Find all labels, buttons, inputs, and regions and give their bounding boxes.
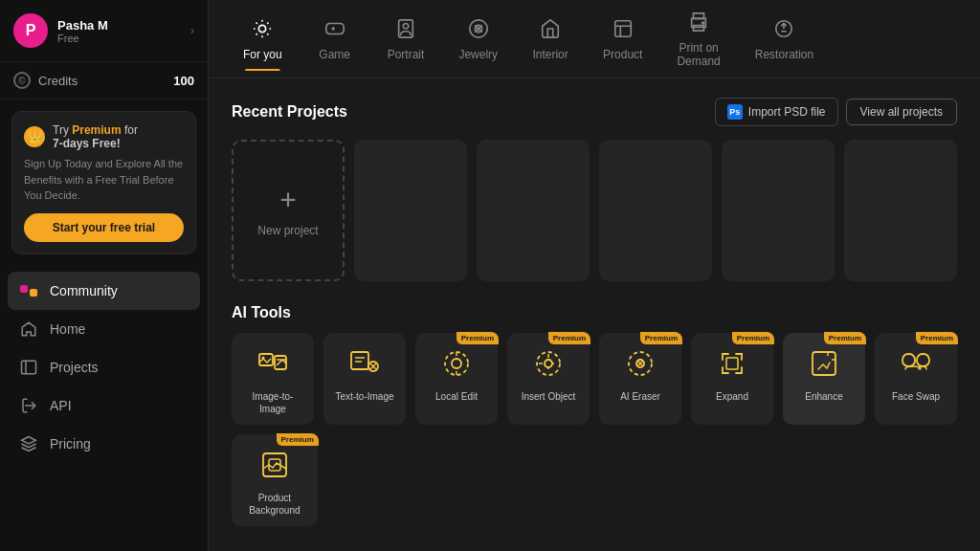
tool-image-to-image[interactable]: Image-to-Image xyxy=(232,333,314,425)
project-card-2[interactable] xyxy=(477,140,590,281)
project-card-5[interactable] xyxy=(844,140,957,281)
tool-label-face-swap: Face Swap xyxy=(892,390,940,403)
view-all-button[interactable]: View all projects xyxy=(846,99,957,125)
crown-icon: 👑 xyxy=(24,126,45,147)
profile-section[interactable]: P Pasha M Free › xyxy=(0,0,208,62)
text-to-image-icon xyxy=(345,344,384,383)
free-trial-button[interactable]: Start your free trial xyxy=(24,213,184,242)
jewelry-icon xyxy=(468,18,489,44)
top-tabs: For you Game Portrait xyxy=(209,0,980,78)
sidebar-item-community[interactable]: Community xyxy=(8,272,200,310)
svg-rect-28 xyxy=(902,354,915,366)
expand-premium-badge: Premium xyxy=(732,332,774,344)
tool-label-local-edit: Local Edit xyxy=(435,390,478,403)
svg-rect-27 xyxy=(813,352,835,375)
tool-label-ai-eraser: AI Eraser xyxy=(620,390,660,403)
sidebar-label-community: Community xyxy=(50,283,118,298)
svg-point-10 xyxy=(262,356,265,359)
api-icon xyxy=(19,396,38,415)
portrait-icon xyxy=(395,18,416,44)
svg-rect-26 xyxy=(726,358,738,369)
interior-icon xyxy=(540,18,561,44)
tab-label-product: Product xyxy=(603,48,642,61)
tool-enhance[interactable]: Premium Enhance xyxy=(783,333,865,425)
project-card-3[interactable] xyxy=(599,140,712,281)
recent-projects-title: Recent Projects xyxy=(232,103,347,121)
tab-product[interactable]: Product xyxy=(588,7,657,71)
tool-ai-eraser[interactable]: Premium AI Eraser xyxy=(599,333,681,425)
main-content: For you Game Portrait xyxy=(209,0,980,551)
product-background-icon xyxy=(256,446,294,484)
profile-plan: Free xyxy=(57,33,181,44)
local-edit-premium-badge: Premium xyxy=(457,332,499,344)
new-project-card[interactable]: + New project xyxy=(232,140,345,281)
tool-label-insert-object: Insert Object xyxy=(522,390,576,403)
svg-point-19 xyxy=(545,360,552,367)
tab-label-restoration: Restoration xyxy=(755,48,813,61)
tab-jewelry[interactable]: Jewelry xyxy=(443,7,513,71)
ai-tools-title: AI Tools xyxy=(232,304,957,321)
tab-game[interactable]: Game xyxy=(301,7,368,71)
tool-local-edit[interactable]: Premium Local Edit xyxy=(415,333,498,425)
tool-text-to-image[interactable]: Text-to-Image xyxy=(323,333,406,425)
avatar: P xyxy=(13,13,48,48)
tool-expand[interactable]: Premium Expand xyxy=(691,333,773,425)
sidebar: P Pasha M Free › © Credits 100 👑 Try Pre… xyxy=(0,0,209,551)
product-background-premium-badge: Premium xyxy=(277,433,319,446)
local-edit-icon xyxy=(437,344,476,383)
pricing-icon xyxy=(19,434,38,453)
tab-label-for-you: For you xyxy=(243,48,282,61)
tab-label-interior: Interior xyxy=(532,48,568,61)
credits-label-group: © Credits xyxy=(13,72,78,89)
tool-product-background[interactable]: Premium Product Background xyxy=(232,434,318,526)
sidebar-item-projects[interactable]: Projects xyxy=(8,348,200,386)
sidebar-item-api[interactable]: API xyxy=(8,386,200,425)
ai-tools-grid: Image-to-Image Text-to-Image Premium xyxy=(232,333,957,425)
chevron-right-icon: › xyxy=(190,24,194,37)
ai-eraser-icon xyxy=(621,344,659,383)
tool-insert-object[interactable]: Premium Insert Object xyxy=(507,333,590,425)
tab-restoration[interactable]: Restoration xyxy=(740,7,829,71)
sidebar-item-pricing[interactable]: Pricing xyxy=(8,425,200,463)
tab-print-on-demand[interactable]: Print onDemand xyxy=(661,0,735,77)
credits-row: © Credits 100 xyxy=(0,62,208,99)
sidebar-item-home[interactable]: Home xyxy=(8,310,200,348)
image-to-image-icon xyxy=(254,344,292,383)
import-psd-label: Import PSD file xyxy=(748,105,826,119)
premium-banner: 👑 Try Premium for 7-days Free! Sign Up T… xyxy=(11,111,196,254)
tab-label-jewelry: Jewelry xyxy=(458,48,498,61)
sidebar-nav: Community Home Projects xyxy=(0,266,208,552)
tab-label-game: Game xyxy=(319,48,350,61)
enhance-premium-badge: Premium xyxy=(824,332,866,344)
project-card-4[interactable] xyxy=(722,140,835,281)
recent-projects-header: Recent Projects Ps Import PSD file View … xyxy=(232,98,957,126)
svg-point-8 xyxy=(702,22,704,24)
tab-label-print-on-demand: Print onDemand xyxy=(677,41,720,68)
tool-label-text-to-image: Text-to-Image xyxy=(335,390,393,403)
import-psd-button[interactable]: Ps Import PSD file xyxy=(715,98,838,126)
tool-label-product-background: Product Background xyxy=(239,492,310,517)
face-swap-icon xyxy=(897,344,935,383)
sidebar-label-home: Home xyxy=(50,321,85,337)
premium-description: Sign Up Today and Explore All the Benefi… xyxy=(24,156,184,204)
svg-point-5 xyxy=(403,24,409,30)
credits-label: Credits xyxy=(38,74,78,88)
premium-highlight: Premium xyxy=(72,123,121,137)
svg-rect-0 xyxy=(22,361,36,374)
tab-portrait[interactable]: Portrait xyxy=(372,7,440,71)
svg-point-15 xyxy=(452,359,461,368)
sidebar-label-pricing: Pricing xyxy=(50,436,91,452)
profile-info: Pasha M Free xyxy=(57,18,181,44)
tool-label-image-to-image: Image-to-Image xyxy=(239,390,306,415)
section-actions: Ps Import PSD file View all projects xyxy=(715,98,957,126)
svg-rect-29 xyxy=(917,354,929,366)
insert-object-premium-badge: Premium xyxy=(548,332,590,344)
tool-face-swap[interactable]: Premium Face Swap xyxy=(875,333,957,425)
project-card-1[interactable] xyxy=(354,140,467,281)
tab-interior[interactable]: Interior xyxy=(517,7,584,71)
tab-for-you[interactable]: For you xyxy=(228,7,298,71)
restoration-icon xyxy=(773,18,794,44)
tab-label-portrait: Portrait xyxy=(388,48,425,61)
credits-icon: © xyxy=(13,72,31,89)
new-project-plus-icon: + xyxy=(279,184,297,216)
